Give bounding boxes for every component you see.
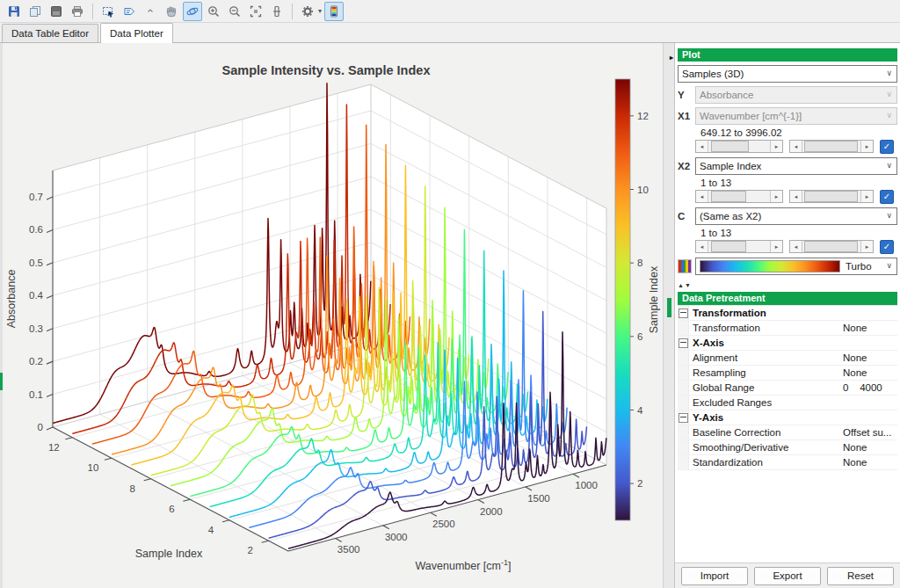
print-icon[interactable] bbox=[68, 2, 87, 21]
zoom-select-icon[interactable] bbox=[98, 2, 118, 21]
x1-min-scrollbar[interactable]: ◂▸ bbox=[695, 140, 783, 153]
rotate-3d-icon[interactable] bbox=[183, 2, 202, 21]
color-max-scrollbar[interactable]: ◂▸ bbox=[789, 240, 874, 253]
restore-view-icon[interactable] bbox=[267, 2, 287, 21]
y-variable-dropdown[interactable]: Absorbance ∨ bbox=[695, 86, 897, 104]
pretreatment-value[interactable]: Offset su... bbox=[843, 427, 897, 438]
collapse-minus-icon[interactable] bbox=[679, 338, 688, 348]
svg-text:1500: 1500 bbox=[527, 493, 550, 504]
scroll-left-icon[interactable]: ◂ bbox=[696, 141, 708, 152]
x2-min-scrollbar[interactable]: ◂▸ bbox=[695, 190, 783, 203]
scroll-right-icon[interactable]: ▸ bbox=[770, 141, 782, 152]
scroll-left-icon[interactable]: ◂ bbox=[790, 141, 802, 152]
tab-data-plotter[interactable]: Data Plotter bbox=[100, 23, 173, 43]
section-splitter-buttons[interactable]: ▲▼ bbox=[678, 282, 897, 290]
colormap-name: Turbo bbox=[846, 261, 872, 272]
collapse-minus-icon[interactable] bbox=[679, 309, 688, 318]
scroll-right-icon[interactable]: ▸ bbox=[770, 191, 782, 202]
scroll-right-icon[interactable]: ▸ bbox=[860, 191, 873, 202]
y-axis-label: Y bbox=[678, 90, 695, 100]
collapse-gutter[interactable] bbox=[678, 306, 689, 320]
y-variable-value: Absorbance bbox=[700, 90, 753, 100]
pretreatment-row[interactable]: ResamplingNone bbox=[678, 366, 897, 381]
svg-text:0.5: 0.5 bbox=[29, 258, 43, 268]
x1-axis-title: Wavenumber [cm-1] bbox=[416, 558, 512, 572]
copy-image-icon[interactable] bbox=[47, 2, 66, 21]
settings-gear-icon[interactable] bbox=[298, 2, 317, 21]
scroll-left-icon[interactable]: ◂ bbox=[696, 191, 708, 202]
scroll-left-icon[interactable]: ◂ bbox=[790, 191, 802, 202]
pretreatment-value[interactable]: None bbox=[843, 367, 897, 378]
pretreatment-value[interactable]: None bbox=[843, 323, 897, 333]
x2-variable-dropdown[interactable]: Sample Index ∨ bbox=[695, 157, 897, 175]
pretreatment-value[interactable]: None bbox=[843, 352, 897, 363]
pretreatment-group-row[interactable]: Y-Axis bbox=[678, 410, 897, 425]
save-icon[interactable] bbox=[4, 2, 24, 21]
panel-splitter-grip[interactable] bbox=[667, 298, 671, 317]
x2-range-checkbox[interactable] bbox=[880, 190, 894, 204]
scroll-right-icon[interactable]: ▸ bbox=[770, 241, 782, 252]
colormap-dropdown[interactable]: Turbo ∨ bbox=[695, 258, 897, 275]
collapse-gutter bbox=[678, 351, 689, 365]
pretreatment-row[interactable]: StandardizationNone bbox=[678, 455, 897, 470]
collapse-gutter[interactable] bbox=[678, 336, 689, 350]
pretreatment-row[interactable]: Excluded Ranges bbox=[678, 396, 897, 410]
scroll-right-icon[interactable]: ▸ bbox=[860, 141, 873, 152]
collapse-gutter[interactable] bbox=[678, 410, 689, 425]
edit-plot-icon[interactable] bbox=[141, 2, 160, 21]
plot-3d-figure[interactable]: 24681012Sample Index00.10.20.30.40.50.60… bbox=[3, 43, 663, 588]
svg-text:10: 10 bbox=[88, 462, 99, 473]
scroll-left-icon[interactable]: ◂ bbox=[696, 241, 708, 252]
zoom-in-icon[interactable] bbox=[204, 2, 223, 21]
app-window: ▾ Data Table Editor Data Plotter 2468101… bbox=[0, 0, 900, 588]
svg-text:6: 6 bbox=[637, 331, 642, 342]
x1-range-controls: ◂▸ ◂▸ bbox=[695, 139, 897, 154]
plot-3d-svg[interactable]: 24681012Sample Index00.10.20.30.40.50.60… bbox=[3, 43, 663, 588]
collapse-gutter bbox=[678, 455, 689, 469]
plot-type-dropdown[interactable]: Samples (3D) ∨ bbox=[678, 65, 897, 83]
pretreatment-row[interactable]: Smoothing/DerivativeNone bbox=[678, 440, 897, 455]
tab-data-table-editor[interactable]: Data Table Editor bbox=[2, 24, 98, 42]
plot-section-header[interactable]: ▸ Plot bbox=[678, 48, 897, 62]
svg-text:0.7: 0.7 bbox=[29, 192, 43, 202]
color-range-text: 1 to 13 bbox=[700, 228, 897, 238]
reset-button[interactable]: Reset bbox=[827, 567, 894, 585]
zoom-out-icon[interactable] bbox=[225, 2, 244, 21]
copy-icon[interactable] bbox=[25, 2, 45, 21]
pretreatment-value[interactable]: None bbox=[843, 442, 897, 453]
pretreatment-row[interactable]: Global Range0 4000 bbox=[678, 381, 897, 396]
x1-max-scrollbar[interactable]: ◂▸ bbox=[789, 140, 874, 153]
collapse-minus-icon[interactable] bbox=[679, 413, 688, 423]
import-button[interactable]: Import bbox=[681, 567, 748, 585]
pretreatment-group-row[interactable]: X-Axis bbox=[678, 336, 897, 351]
pretreatment-value[interactable]: None bbox=[843, 457, 897, 468]
scroll-left-icon[interactable]: ◂ bbox=[790, 241, 802, 252]
datatip-icon[interactable] bbox=[120, 2, 139, 21]
right-panel: ▸ Plot Samples (3D) ∨ Y Absorbance ∨ X1 … bbox=[675, 43, 900, 588]
panel-splitter[interactable] bbox=[663, 43, 675, 588]
pretreatment-group-row[interactable]: Transformation bbox=[678, 306, 897, 321]
fit-view-icon[interactable] bbox=[246, 2, 265, 21]
pan-icon[interactable] bbox=[162, 2, 181, 21]
pretreatment-value[interactable]: 0 4000 bbox=[843, 382, 897, 393]
color-variable-value: (Same as X2) bbox=[700, 211, 761, 221]
x1-variable-dropdown[interactable]: Wavenumber [cm^{-1}] ∨ bbox=[695, 107, 897, 125]
svg-text:1000: 1000 bbox=[575, 480, 598, 490]
color-variable-dropdown[interactable]: (Same as X2) ∨ bbox=[695, 207, 897, 225]
pretreatment-row[interactable]: TransformationNone bbox=[678, 321, 897, 336]
pretreatment-row[interactable]: AlignmentNone bbox=[678, 351, 897, 366]
colormap-editor-icon[interactable] bbox=[324, 2, 344, 21]
settings-caret-icon[interactable]: ▾ bbox=[318, 7, 322, 15]
collapse-arrow-icon[interactable]: ▸ bbox=[670, 51, 673, 64]
pretreatment-section-header[interactable]: Data Pretreatment bbox=[678, 292, 897, 305]
colorbar[interactable] bbox=[615, 79, 630, 520]
x1-range-checkbox[interactable] bbox=[880, 140, 894, 154]
y-axis-title: Absorbance bbox=[5, 270, 18, 329]
x2-range-controls: ◂▸ ◂▸ bbox=[695, 189, 897, 204]
pretreatment-row[interactable]: Baseline CorrectionOffset su... bbox=[678, 425, 897, 440]
color-range-checkbox[interactable] bbox=[880, 240, 894, 254]
x2-max-scrollbar[interactable]: ◂▸ bbox=[789, 190, 874, 203]
color-min-scrollbar[interactable]: ◂▸ bbox=[695, 240, 783, 253]
export-button[interactable]: Export bbox=[754, 567, 821, 585]
scroll-right-icon[interactable]: ▸ bbox=[860, 241, 873, 252]
